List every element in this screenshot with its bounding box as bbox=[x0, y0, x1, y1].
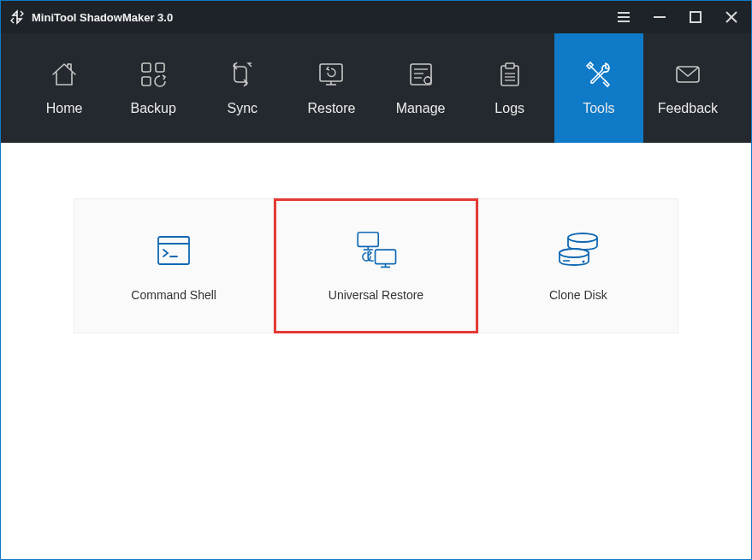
maximize-icon[interactable] bbox=[688, 9, 703, 25]
tool-label: Clone Disk bbox=[549, 288, 607, 302]
app-title: MiniTool ShadowMaker 3.0 bbox=[32, 11, 173, 24]
svg-rect-19 bbox=[506, 63, 514, 68]
svg-rect-9 bbox=[142, 77, 151, 85]
nav-item-feedback[interactable]: Feedback bbox=[643, 33, 732, 143]
tool-card-command-shell[interactable]: Command Shell bbox=[74, 198, 274, 333]
tool-card-clone-disk[interactable]: Clone Disk bbox=[478, 198, 678, 333]
nav-label: Manage bbox=[396, 101, 446, 116]
nav-item-backup[interactable]: Backup bbox=[109, 33, 198, 143]
sync-icon bbox=[228, 60, 257, 89]
svg-rect-8 bbox=[156, 63, 164, 72]
close-icon[interactable] bbox=[724, 9, 739, 25]
nav-label: Restore bbox=[307, 101, 355, 116]
nav-label: Feedback bbox=[658, 101, 718, 116]
nav-item-logs[interactable]: Logs bbox=[465, 33, 554, 143]
svg-rect-25 bbox=[158, 237, 189, 264]
nav-item-manage[interactable]: Manage bbox=[376, 33, 465, 143]
svg-point-38 bbox=[582, 261, 584, 263]
home-icon bbox=[50, 60, 79, 89]
feedback-icon bbox=[673, 60, 702, 89]
svg-rect-10 bbox=[320, 64, 342, 81]
svg-rect-7 bbox=[142, 63, 151, 72]
svg-rect-4 bbox=[690, 12, 701, 22]
menu-icon[interactable] bbox=[616, 9, 631, 25]
tools-icon bbox=[584, 60, 613, 89]
restore-icon bbox=[317, 60, 346, 89]
logs-icon bbox=[495, 60, 524, 89]
titlebar: MiniTool ShadowMaker 3.0 bbox=[1, 1, 751, 33]
titlebar-controls bbox=[616, 9, 739, 25]
svg-rect-13 bbox=[411, 64, 431, 85]
nav-item-sync[interactable]: Sync bbox=[198, 33, 287, 143]
universal-restore-icon bbox=[350, 230, 401, 271]
app-window: MiniTool ShadowMaker 3.0 bbox=[0, 0, 752, 560]
svg-rect-28 bbox=[358, 233, 379, 247]
nav-item-home[interactable]: Home bbox=[20, 33, 109, 143]
nav-label: Backup bbox=[131, 101, 176, 116]
manage-icon bbox=[406, 60, 435, 89]
nav-item-restore[interactable]: Restore bbox=[287, 33, 376, 143]
backup-icon bbox=[139, 60, 168, 89]
nav-label: Sync bbox=[228, 101, 258, 116]
titlebar-left: MiniTool ShadowMaker 3.0 bbox=[9, 9, 173, 25]
svg-rect-31 bbox=[376, 250, 396, 264]
tool-card-universal-restore[interactable]: Universal Restore bbox=[274, 198, 477, 333]
nav-label: Tools bbox=[583, 101, 614, 116]
svg-point-34 bbox=[568, 233, 597, 242]
minimize-icon[interactable] bbox=[652, 9, 667, 25]
nav-item-tools[interactable]: Tools bbox=[554, 33, 643, 143]
nav-label: Logs bbox=[494, 101, 524, 116]
command-shell-icon bbox=[148, 230, 199, 271]
clone-disk-icon bbox=[553, 230, 604, 271]
navbar: Home Backup bbox=[1, 33, 751, 143]
tool-row: Command Shell Univers bbox=[74, 198, 678, 333]
content-area: Command Shell Univers bbox=[1, 143, 751, 559]
app-logo-icon bbox=[9, 9, 25, 25]
tool-label: Universal Restore bbox=[329, 288, 423, 302]
tool-label: Command Shell bbox=[131, 288, 216, 302]
nav-label: Home bbox=[46, 101, 83, 116]
